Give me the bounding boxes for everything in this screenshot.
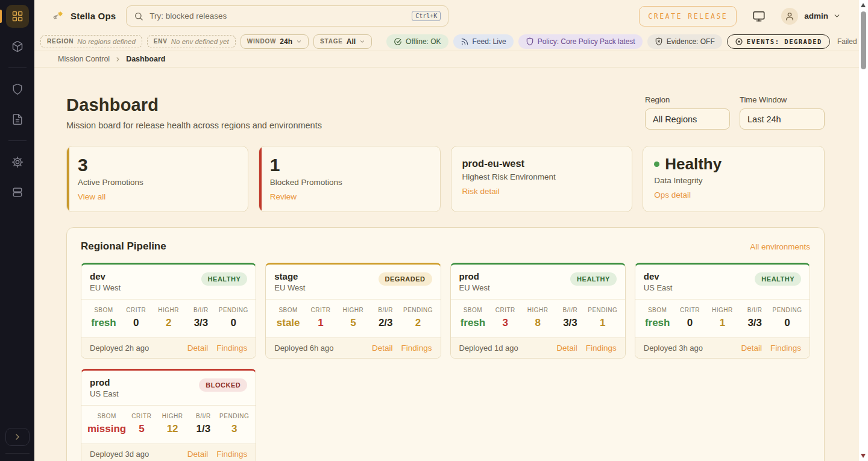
- stat-card-value: 3: [78, 155, 237, 175]
- metric-label: PENDING: [219, 413, 250, 419]
- chevron-down-icon[interactable]: [833, 12, 841, 20]
- metric-value: 3: [489, 317, 521, 329]
- env-context-label: ENV: [154, 38, 168, 45]
- stat-card-link[interactable]: View all: [78, 192, 237, 201]
- detail-link[interactable]: Detail: [741, 343, 762, 353]
- metric-value: 8: [521, 317, 554, 329]
- chevron-right-icon: [13, 432, 22, 442]
- detail-link[interactable]: Detail: [187, 343, 209, 353]
- search-input[interactable]: [149, 11, 406, 20]
- sidebar-item-documents[interactable]: [6, 108, 29, 131]
- status-badge: HEALTHY: [201, 272, 248, 286]
- policy-status-chip[interactable]: Policy: Core Policy Pack latest: [518, 34, 643, 49]
- metric-value: fresh: [87, 317, 120, 329]
- metric-label: SBOM: [87, 413, 126, 419]
- stat-card-link[interactable]: Ops detail: [654, 190, 813, 199]
- chevron-right-icon: [115, 56, 121, 63]
- stat-card: 3 Active Promotions View all: [66, 146, 248, 212]
- context-warning-text: Failed to persist global context prefere…: [837, 37, 859, 46]
- breadcrumb-mission-control[interactable]: Mission Control: [58, 55, 110, 63]
- metric-value: 1: [304, 317, 337, 329]
- metric-label: PENDING: [771, 307, 804, 313]
- metric-label: B/I/R: [185, 307, 218, 313]
- metric-label: PENDING: [402, 307, 435, 313]
- findings-link[interactable]: Findings: [216, 450, 247, 459]
- scrollbar-thumb[interactable]: [861, 11, 866, 69]
- scrollbar[interactable]: [859, 0, 868, 461]
- user-avatar[interactable]: [781, 8, 798, 25]
- environment-metrics: SBOMmissing CRITR5 HIGHR12 B/I/R1/3 PEND…: [81, 405, 256, 444]
- detail-link[interactable]: Detail: [556, 343, 577, 353]
- metric-label: HIGHR: [157, 413, 188, 419]
- all-environments-link[interactable]: All environments: [750, 242, 810, 251]
- metric-label: HIGHR: [153, 307, 185, 313]
- time-window-filter-select[interactable]: Last 24h: [740, 108, 825, 130]
- metric-label: SBOM: [641, 307, 674, 313]
- metric-value: missing: [87, 423, 126, 435]
- metric-label: B/I/R: [370, 307, 402, 313]
- findings-link[interactable]: Findings: [401, 343, 432, 353]
- feed-status-text: Feed: Live: [473, 37, 506, 46]
- metric-label: CRITR: [674, 307, 706, 313]
- deployed-timestamp: Deployed 3d ago: [90, 450, 149, 459]
- sidebar-divider: [8, 67, 27, 68]
- user-name[interactable]: admin: [804, 11, 828, 20]
- metric-label: CRITR: [126, 413, 157, 419]
- environment-metrics: SBOMfresh CRITR0 HIGHR1 B/I/R3/3 PENDING…: [635, 299, 810, 337]
- metric-value: 5: [337, 317, 370, 329]
- environment-card: prod EU West HEALTHY SBOMfresh CRITR3 HI…: [450, 263, 626, 359]
- metric-value: 0: [674, 317, 706, 329]
- feed-status-chip[interactable]: Feed: Live: [453, 34, 514, 49]
- metric-label: PENDING: [587, 307, 619, 313]
- shield-icon: [11, 83, 24, 95]
- stat-card: Healthy Data Integrity Ops detail: [643, 146, 825, 212]
- findings-link[interactable]: Findings: [216, 343, 247, 353]
- environment-card: stage EU West DEGRADED SBOMstale CRITR1 …: [265, 263, 441, 359]
- page-content: Dashboard Mission board for release heal…: [34, 67, 859, 461]
- environment-metrics: SBOMfresh CRITR0 HIGHR2 B/I/R3/3 PENDING…: [81, 299, 256, 337]
- rss-icon: [461, 37, 469, 46]
- detail-link[interactable]: Detail: [187, 450, 209, 459]
- evidence-status-chip[interactable]: Evidence: OFF: [647, 34, 722, 49]
- sidebar-item-dashboard[interactable]: [6, 5, 29, 28]
- detail-link[interactable]: Detail: [372, 343, 393, 353]
- sidebar-collapse-button[interactable]: [5, 428, 30, 446]
- sidebar-item-infrastructure[interactable]: [6, 181, 29, 204]
- events-status-chip[interactable]: EVENTS: DEGRADED: [727, 34, 830, 49]
- status-badge: HEALTHY: [570, 272, 617, 286]
- findings-link[interactable]: Findings: [770, 343, 801, 353]
- stat-card-link[interactable]: Risk detail: [462, 187, 621, 196]
- environment-cards-grid: dev EU West HEALTHY SBOMfresh CRITR0 HIG…: [81, 263, 810, 461]
- scroll-down-arrow-icon[interactable]: [861, 454, 866, 458]
- offline-status-chip[interactable]: Offline: OK: [386, 34, 448, 49]
- metric-label: CRITR: [304, 307, 337, 313]
- environment-region: EU West: [459, 283, 490, 292]
- breadcrumb-current: Dashboard: [126, 55, 165, 63]
- sidebar-item-settings[interactable]: [6, 151, 29, 174]
- env-context-pill[interactable]: ENV No env defined yet: [147, 35, 236, 48]
- stage-context-label: STAGE: [320, 38, 343, 45]
- metric-value: 3: [219, 423, 250, 435]
- policy-status-text: Policy: Core Policy Pack latest: [538, 37, 635, 46]
- monitor-icon[interactable]: [752, 10, 766, 23]
- sidebar-item-packages[interactable]: [6, 35, 29, 58]
- deployed-timestamp: Deployed 1d ago: [459, 343, 518, 353]
- stat-card-link[interactable]: Review: [270, 192, 429, 201]
- metric-value: 0: [771, 317, 804, 329]
- shield-x-icon: [655, 37, 663, 46]
- active-indicator-bar: [0, 10, 2, 23]
- environment-card: prod US East BLOCKED SBOMmissing CRITR5 …: [81, 369, 256, 461]
- status-badge: HEALTHY: [755, 272, 801, 286]
- sidebar-item-security[interactable]: [6, 78, 29, 101]
- environment-region: US East: [90, 389, 119, 398]
- findings-link[interactable]: Findings: [586, 343, 617, 353]
- environment-card: dev EU West HEALTHY SBOMfresh CRITR0 HIG…: [81, 263, 256, 359]
- stage-context-dropdown[interactable]: STAGE All: [313, 34, 372, 49]
- region-context-pill[interactable]: REGION No regions defined: [40, 35, 142, 48]
- scroll-up-arrow-icon[interactable]: [861, 3, 866, 7]
- check-circle-icon: [394, 37, 402, 46]
- create-release-button[interactable]: CREATE RELEASE: [639, 6, 737, 27]
- region-filter-select[interactable]: All Regions: [645, 108, 730, 130]
- window-context-dropdown[interactable]: WINDOW 24h: [241, 34, 309, 49]
- environment-region: EU West: [90, 283, 121, 292]
